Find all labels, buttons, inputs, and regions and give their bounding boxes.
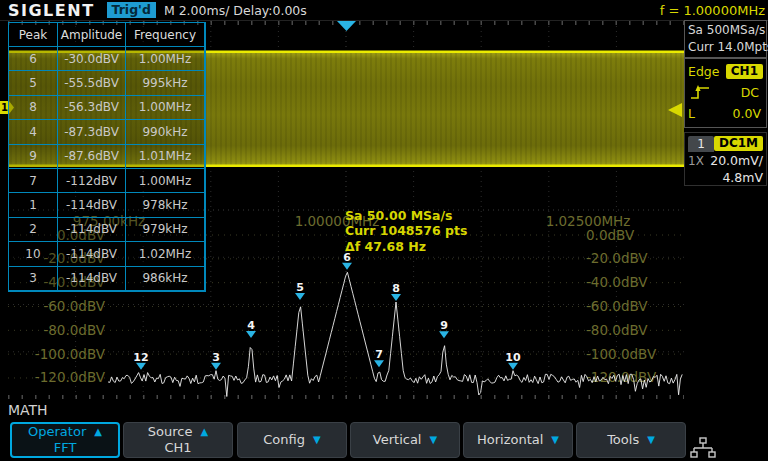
trigger-level-value: 0.0V: [733, 106, 763, 121]
trigger-coupling-label: DC: [741, 85, 763, 100]
peak-table-cell: 1.00MHz: [126, 96, 205, 120]
peak-table-header: Peak: [9, 23, 58, 47]
svg-text:4: 4: [247, 319, 255, 332]
menu-button-source[interactable]: Source▲CH1: [123, 422, 233, 458]
menu-button-config[interactable]: Config▼: [237, 422, 347, 458]
peak-table-cell: 979kHz: [126, 218, 205, 242]
arrow-down-icon: ▼: [551, 432, 559, 448]
svg-text:-100.0dBV: -100.0dBV: [35, 346, 106, 362]
channel-number-tab: 1: [688, 136, 714, 152]
peak-table-cell: 10: [9, 242, 58, 266]
peak-table-cell: 990kHz: [126, 120, 205, 144]
channel-info-box: 1 DC1M 1X 20.0mV/ 4.8mV: [684, 132, 767, 186]
peak-table-cell: -30.0dBV: [58, 47, 126, 71]
svg-text:-80.0dBV: -80.0dBV: [43, 322, 105, 338]
svg-text:-120.0dBV: -120.0dBV: [35, 369, 106, 385]
menu-button-value: CH1: [164, 440, 191, 456]
menu-group-label: MATH: [8, 402, 48, 418]
svg-text:Sa 50.00 MSa/s: Sa 50.00 MSa/s: [345, 208, 453, 223]
menu-button-label: Vertical: [373, 432, 422, 448]
svg-text:Δf 47.68 Hz: Δf 47.68 Hz: [345, 239, 426, 254]
svg-text:1: 1: [1, 102, 8, 113]
peak-table-header: Frequency: [126, 23, 205, 47]
trigger-level-label: L: [688, 106, 695, 121]
peak-table-cell: 6: [9, 47, 58, 71]
peak-table-cell: 9: [9, 145, 58, 169]
svg-text:-60.0dBV: -60.0dBV: [586, 298, 648, 314]
peak-table-cell: 1.00MHz: [126, 169, 205, 193]
menu-button-operator[interactable]: Operator▲FFT: [10, 422, 120, 458]
menu-button-label: Operator: [28, 424, 86, 440]
channel-coupling-badge: DC1M: [714, 136, 763, 151]
menu-button-label: Config: [263, 432, 305, 448]
arrow-up-icon: ▲: [94, 424, 102, 440]
svg-text:1.02500MHz: 1.02500MHz: [546, 213, 631, 229]
svg-text:12: 12: [133, 351, 148, 364]
peak-table-cell: -55.5dBV: [58, 71, 126, 95]
trigger-source-badge: CH1: [726, 64, 763, 79]
peak-table-cell: -87.3dBV: [58, 120, 126, 144]
trigger-settings-box: Edge CH1 DC L 0.0V: [684, 58, 767, 128]
arrow-down-icon: ▼: [313, 432, 321, 448]
menu-button-label: Horizontal: [477, 432, 543, 448]
peak-table-cell: 4: [9, 120, 58, 144]
peak-table-cell: -114dBV: [58, 193, 126, 217]
svg-text:-60.0dBV: -60.0dBV: [43, 298, 105, 314]
lan-network-icon[interactable]: [688, 437, 718, 461]
svg-text:6: 6: [343, 251, 351, 264]
peak-table-cell: -114dBV: [58, 267, 126, 291]
peak-table-cell: 3: [9, 267, 58, 291]
peak-table-cell: 2: [9, 218, 58, 242]
menu-button-tools[interactable]: Tools▼: [576, 422, 686, 458]
svg-text:-100.0dBV: -100.0dBV: [586, 346, 657, 362]
svg-text:7: 7: [375, 348, 383, 361]
svg-text:9: 9: [440, 319, 448, 332]
arrow-down-icon: ▼: [429, 432, 437, 448]
peak-table-cell: 1: [9, 193, 58, 217]
rising-edge-icon: [688, 84, 712, 101]
arrow-down-icon: ▼: [647, 432, 655, 448]
vertical-offset-readout: 4.8mV: [722, 170, 763, 185]
peak-table: PeakAmplitudeFrequency6-30.0dBV1.00MHz5-…: [8, 22, 206, 292]
peak-table-cell: 1.01MHz: [126, 145, 205, 169]
peak-table-cell: -114dBV: [58, 218, 126, 242]
svg-text:-20.0dBV: -20.0dBV: [586, 250, 648, 266]
peak-table-cell: 978kHz: [126, 193, 205, 217]
peak-table-cell: 8: [9, 96, 58, 120]
menu-button-label: Tools: [607, 432, 639, 448]
svg-text:-80.0dBV: -80.0dBV: [586, 322, 648, 338]
arrow-up-icon: ▲: [200, 424, 208, 440]
peak-table-cell: 995kHz: [126, 71, 205, 95]
probe-attenuation-label: 1X: [688, 154, 704, 168]
peak-table-cell: 7: [9, 169, 58, 193]
svg-text:Curr 1048576 pts: Curr 1048576 pts: [345, 223, 467, 238]
peak-table-cell: -87.6dBV: [58, 145, 126, 169]
svg-text:10: 10: [505, 351, 521, 364]
sample-rate-readout: Sa 500MSa/s: [688, 22, 763, 39]
peak-table-cell: 5: [9, 71, 58, 95]
menu-button-horizontal[interactable]: Horizontal▼: [463, 422, 573, 458]
peak-table-cell: -114dBV: [58, 242, 126, 266]
svg-text:-40.0dBV: -40.0dBV: [586, 274, 648, 290]
peak-table-cell: 1.00MHz: [126, 47, 205, 71]
peak-table-cell: 986kHz: [126, 267, 205, 291]
oscilloscope-screen: SIGLENT Trig'd M 2.00ms/ Delay:0.00s f =…: [0, 0, 768, 461]
trigger-type-label: Edge: [688, 64, 719, 79]
svg-text:3: 3: [212, 351, 220, 364]
peak-table-header: Amplitude: [58, 23, 126, 47]
menu-button-vertical[interactable]: Vertical▼: [350, 422, 460, 458]
peak-table-cell: -112dBV: [58, 169, 126, 193]
memory-depth-readout: Curr 14.0Mpts: [688, 39, 763, 56]
peak-table-cell: 1.02MHz: [126, 242, 205, 266]
vertical-scale-readout: 20.0mV/: [710, 153, 763, 168]
peak-table-cell: -56.3dBV: [58, 96, 126, 120]
menu-button-label: Source: [148, 424, 193, 440]
menu-button-value: FFT: [54, 440, 77, 456]
svg-text:8: 8: [392, 282, 400, 295]
acquisition-info-box: Sa 500MSa/s Curr 14.0Mpts: [684, 20, 767, 58]
svg-text:5: 5: [296, 281, 304, 294]
